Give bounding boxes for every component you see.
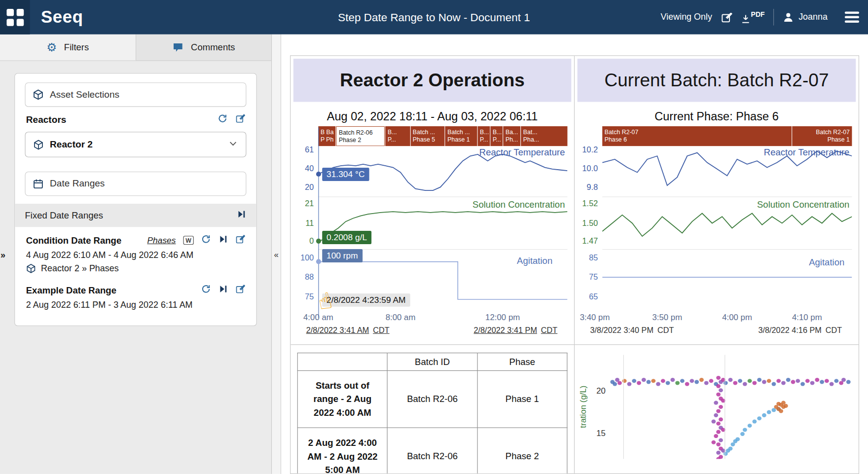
topbar: Seeq Step Date Range to Now - Document 1… [0,0,868,35]
gear-icon: ⚙ [46,41,57,53]
scatter-point [714,401,718,404]
scatter-point [781,401,786,404]
scatter-point [748,379,752,383]
y-axis-tick: 1.52 [582,199,598,208]
scatter-point [617,381,622,385]
capsule: Bat...Pha... [521,126,567,146]
export-pdf-button[interactable]: PDF [740,10,764,24]
scatter-point [820,380,824,384]
date-ranges-title: Date Ranges [50,178,105,189]
asset-select-dropdown[interactable]: Reactor 2 [25,132,247,157]
scatter-point [772,382,776,386]
right-column-subtitle: Current Phase: Phase 6 [575,109,859,123]
scatter-point [735,437,740,441]
condition-asset-path-label: Reactor 2 » Phases [41,263,119,273]
user-menu[interactable]: Joanna [782,11,828,23]
step-all-to-end-icon[interactable] [236,209,246,221]
table-header [297,353,387,370]
scatter-point [762,380,766,384]
tab-comments-label: Comments [191,42,235,52]
tab-filters[interactable]: ⚙ Filters [0,35,135,61]
y-axis-tick: 65 [589,292,598,301]
chart-end-timezone-link[interactable]: CDT [541,326,557,334]
chart-start-timezone: CDT [657,326,674,334]
edit-condition-range-icon[interactable] [235,234,245,247]
scatter-point [716,421,721,425]
scatter-point [704,381,709,385]
scatter-point [637,381,641,385]
y-axis-tick: 15 [596,428,606,438]
cursor-line [318,127,319,318]
selected-asset-label: Reactor 2 [50,139,93,150]
condition-date-range-value: 4 Aug 2022 6:10 AM - 4 Aug 2022 6:46 AM [26,250,245,260]
apps-grid-button[interactable] [0,0,30,35]
capsule: Batch R2-07Phase 1 [792,126,852,146]
concentration-scatter-chart: tration (g/L) 2015 [576,355,851,459]
right-column-header: Current Batch: Batch R2-07 [578,59,856,102]
scatter-point [680,379,685,383]
chart-end-timezone: CDT [826,326,842,334]
scatter-point [716,375,721,379]
y-axis-tick: 1.50 [582,219,598,227]
seeq-logo: Seeq [41,7,83,27]
asset-selections-header: Asset Selections [25,82,247,107]
scatter-point [767,379,771,383]
capsule: B BaP Ph [318,126,335,146]
refresh-example-range-icon[interactable] [201,284,211,296]
chevron-down-icon [228,138,238,151]
edit-asset-icon[interactable] [235,113,245,126]
tab-comments[interactable]: Comments [135,35,271,61]
y-axis-tick: 75 [305,292,314,301]
right-column-bottom: tration (g/L) 2015 [575,344,859,459]
scatter-point [656,382,660,386]
step-example-range-icon[interactable] [218,284,228,296]
x-axis-tick: 3:40 pm [580,312,610,322]
trend-plot-area: Reactor TemperatureSolution Concentratio… [318,146,567,310]
capsule: Ba...Ph... [503,126,520,146]
series-label: Solution Concentration [472,200,565,210]
chart-start-timezone-link[interactable]: CDT [373,326,389,334]
value-tooltip: 100 rpm [322,249,362,262]
capsule-batch-label: Bat... [523,128,565,136]
scatter-point [743,428,747,432]
value-tooltip: 0.2008 g/L [322,231,371,244]
seeq-workbench: Seeq Step Date Range to Now - Document 1… [0,0,868,474]
scatter-point [675,381,680,385]
scatter-point [767,410,771,414]
chart-end-time-link[interactable]: 2/8/2022 3:41 PM [473,326,537,334]
phases-link[interactable]: Phases [147,235,176,245]
download-icon [740,14,750,24]
refresh-condition-range-icon[interactable] [201,234,211,247]
step-condition-range-icon[interactable] [218,234,228,247]
scatter-point [670,378,675,382]
chart-start-time-link[interactable]: 2/8/2022 3:41 AM [306,326,369,334]
date-ranges-header: Date Ranges [25,172,247,196]
scatter-y-axis: 2015 [590,355,610,459]
collapse-sidebar-handle[interactable]: « [271,35,281,474]
scatter-point [733,381,737,385]
fixed-date-ranges-header: Fixed Date Ranges [15,204,256,227]
user-icon [782,11,794,23]
scatter-point [690,379,694,383]
x-axis-tick: 4:00 pm [722,312,752,322]
expand-panel-handle[interactable]: » [0,250,5,260]
current-batch-trend-chart: Batch R2-07Phase 6Batch R2-07Phase 1 10.… [577,126,852,323]
scatter-point [743,382,747,386]
y-axis: 614020211101008875 [293,146,319,310]
report-column-current-batch: Current Batch: Batch R2-07 Current Phase… [575,56,859,473]
capsule-batch-label: Batch R2-07 [605,128,790,136]
scatter-point [632,379,636,383]
capsule-phase-label: P... [388,136,408,144]
scatter-point [834,379,839,383]
trend-plot-area: Reactor TemperatureSolution Concentratio… [602,146,852,310]
capsule: Batch R2-06Phase 2 [336,126,385,146]
capsule-picker-icon[interactable]: W [183,236,194,245]
y-axis: 10.210.09.81.521.501.47857565 [577,146,603,310]
scatter-point [796,379,800,383]
hamburger-menu-icon[interactable] [845,12,859,23]
scatter-point [627,382,632,386]
edit-example-range-icon[interactable] [235,284,245,296]
scatter-point [716,384,721,388]
refresh-asset-icon[interactable] [217,113,227,126]
edit-document-icon[interactable] [721,11,732,23]
